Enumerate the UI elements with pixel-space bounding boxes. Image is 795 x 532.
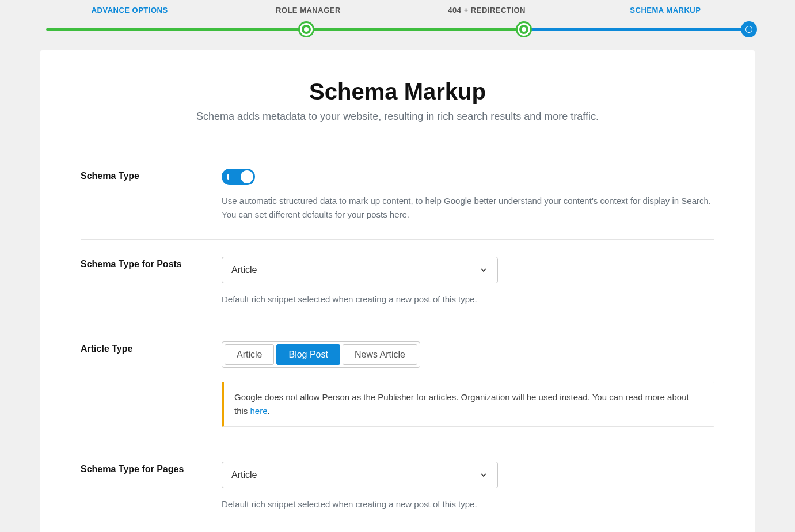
label-schema-type: Schema Type bbox=[81, 169, 222, 222]
help-schema-type: Use automatic structured data to mark up… bbox=[222, 194, 714, 222]
schema-type-toggle[interactable] bbox=[222, 169, 255, 185]
label-article-type: Article Type bbox=[81, 341, 222, 427]
settings-panel: Schema Markup Schema adds metadata to yo… bbox=[40, 50, 755, 532]
article-type-segmented: Article Blog Post News Article bbox=[222, 341, 420, 368]
label-schema-posts: Schema Type for Posts bbox=[81, 257, 222, 306]
label-schema-pages: Schema Type for Pages bbox=[81, 462, 222, 511]
step-404-redirection[interactable]: 404 + REDIRECTION bbox=[398, 6, 576, 14]
stepper-bar-current bbox=[524, 28, 749, 31]
notice-suffix: . bbox=[268, 406, 270, 416]
seg-news-article[interactable]: News Article bbox=[343, 344, 417, 365]
toggle-knob bbox=[241, 170, 253, 183]
step-schema-markup[interactable]: SCHEMA MARKUP bbox=[576, 6, 755, 14]
stepper-dot-404 bbox=[518, 23, 530, 36]
chevron-down-icon bbox=[479, 470, 488, 480]
schema-pages-select[interactable]: Article bbox=[222, 462, 498, 488]
seg-blog-post[interactable]: Blog Post bbox=[276, 344, 340, 365]
help-schema-pages: Default rich snippet selected when creat… bbox=[222, 497, 714, 511]
schema-pages-select-value: Article bbox=[231, 470, 257, 480]
help-schema-posts: Default rich snippet selected when creat… bbox=[222, 292, 714, 306]
stepper-bar-complete bbox=[46, 28, 524, 31]
page-title: Schema Markup bbox=[81, 79, 714, 105]
step-role-manager[interactable]: ROLE MANAGER bbox=[219, 6, 397, 14]
field-article-type: Article Type Article Blog Post News Arti… bbox=[81, 324, 714, 444]
schema-posts-select[interactable]: Article bbox=[222, 257, 498, 283]
notice-text: Google does not allow Person as the Publ… bbox=[234, 392, 689, 416]
step-advance-options[interactable]: ADVANCE OPTIONS bbox=[40, 6, 219, 14]
notice-link[interactable]: here bbox=[250, 406, 268, 416]
stepper-dot-role bbox=[300, 23, 313, 36]
wizard-stepper: ADVANCE OPTIONS ROLE MANAGER 404 + REDIR… bbox=[40, 0, 755, 36]
page-subtitle: Schema adds metadata to your website, re… bbox=[81, 111, 714, 123]
stepper-track bbox=[46, 22, 749, 36]
stepper-dot-schema bbox=[743, 23, 755, 36]
article-type-notice: Google does not allow Person as the Publ… bbox=[222, 382, 714, 427]
seg-article[interactable]: Article bbox=[225, 344, 274, 365]
chevron-down-icon bbox=[479, 265, 488, 275]
page-header: Schema Markup Schema adds metadata to yo… bbox=[81, 79, 714, 123]
schema-posts-select-value: Article bbox=[231, 265, 257, 275]
field-schema-posts: Schema Type for Posts Article Default ri… bbox=[81, 240, 714, 324]
field-schema-pages: Schema Type for Pages Article Default ri… bbox=[81, 444, 714, 529]
field-schema-type: Schema Type Use automatic structured dat… bbox=[81, 151, 714, 240]
